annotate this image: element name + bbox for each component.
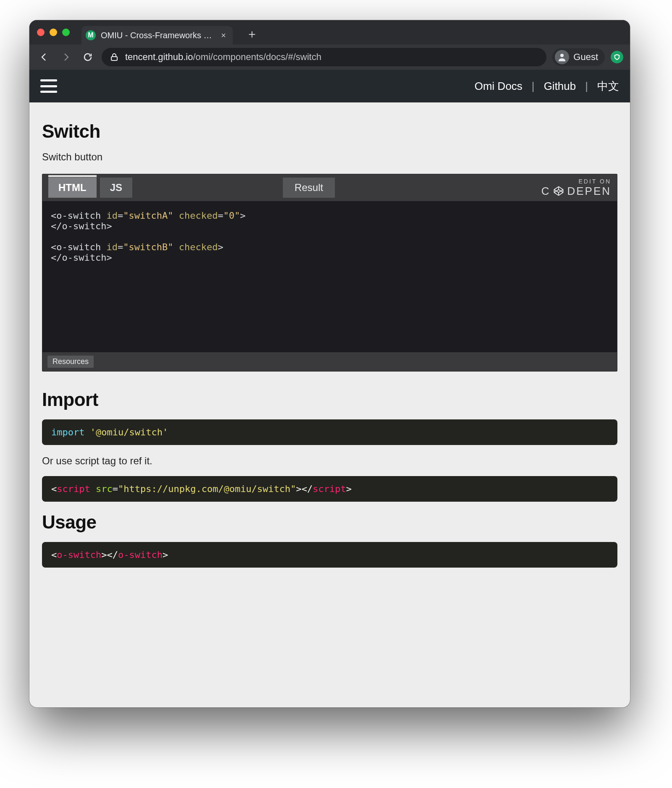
import-note: Or use script tag to ref it.	[42, 455, 617, 467]
code-usage[interactable]: <o-switch></o-switch>	[42, 542, 617, 568]
hamburger-icon	[40, 79, 57, 81]
svg-point-1	[560, 54, 564, 57]
page-scroll[interactable]: Switch Switch button HTML JS Result EDIT…	[29, 102, 630, 707]
codepen-embed: HTML JS Result EDIT ON C DEPEN	[42, 174, 617, 372]
menu-button[interactable]	[40, 79, 57, 93]
codepen-edit-on-label: EDIT ON	[541, 178, 611, 185]
tab-title: OMIU - Cross-Frameworks UI F	[101, 31, 216, 40]
browser-tab[interactable]: M OMIU - Cross-Frameworks UI F ×	[81, 26, 233, 45]
import-heading: Import	[42, 389, 617, 410]
profile-label: Guest	[573, 52, 598, 63]
address-bar[interactable]: tencent.github.io/omi/components/docs/#/…	[102, 48, 546, 66]
back-button[interactable]	[36, 49, 52, 65]
new-tab-button[interactable]: ＋	[246, 26, 258, 42]
window-minimize-button[interactable]	[50, 29, 57, 36]
profile-chip[interactable]: Guest	[552, 48, 605, 66]
site-header: Omi Docs | Github | 中文	[29, 70, 630, 102]
nav-link-chinese[interactable]: 中文	[597, 79, 619, 94]
extension-button[interactable]	[611, 51, 623, 63]
page-title: Switch	[42, 121, 617, 142]
codepen-tab-js[interactable]: JS	[100, 178, 132, 198]
code-import[interactable]: import '@omiu/switch'	[42, 419, 617, 445]
arrow-right-icon	[61, 52, 71, 62]
page-content: Switch Switch button HTML JS Result EDIT…	[29, 102, 630, 594]
avatar-icon	[555, 50, 569, 64]
svg-rect-0	[111, 57, 117, 60]
codepen-logo: C DEPEN	[541, 185, 611, 198]
nav-separator: |	[532, 80, 535, 93]
reload-icon	[83, 52, 93, 62]
nav-separator: |	[585, 80, 588, 93]
window-zoom-button[interactable]	[62, 29, 70, 36]
codepen-resources-button[interactable]: Resources	[47, 356, 94, 368]
arrow-left-icon	[39, 52, 49, 62]
forward-button[interactable]	[58, 49, 74, 65]
nav-link-github[interactable]: Github	[544, 80, 576, 93]
codepen-code[interactable]: <o-switch id="switchA" checked="0"> </o-…	[42, 201, 617, 352]
browser-window: M OMIU - Cross-Frameworks UI F × ＋ tence…	[29, 20, 630, 707]
header-nav: Omi Docs | Github | 中文	[475, 79, 619, 94]
page-viewport: Omi Docs | Github | 中文 Switch Switch but…	[29, 70, 630, 707]
window-close-button[interactable]	[37, 29, 45, 36]
url-text: tencent.github.io/omi/components/docs/#/…	[125, 52, 321, 63]
reload-button[interactable]	[80, 49, 96, 65]
lock-icon	[109, 52, 119, 62]
codepen-edit-on[interactable]: EDIT ON C DEPEN	[541, 178, 611, 198]
browser-toolbar: tencent.github.io/omi/components/docs/#/…	[29, 45, 630, 70]
code-script-tag[interactable]: <script src="https://unpkg.com/@omiu/swi…	[42, 476, 617, 502]
codepen-tabbar: HTML JS Result EDIT ON C DEPEN	[42, 174, 617, 201]
tab-favicon: M	[86, 30, 96, 40]
codepen-cube-icon	[553, 185, 564, 197]
usage-heading: Usage	[42, 512, 617, 533]
person-icon	[557, 52, 567, 62]
titlebar: M OMIU - Cross-Frameworks UI F × ＋	[29, 20, 630, 45]
shield-icon	[614, 54, 620, 60]
codepen-result-button[interactable]: Result	[283, 178, 335, 198]
codepen-footer: Resources	[42, 352, 617, 371]
nav-link-omi-docs[interactable]: Omi Docs	[475, 80, 522, 93]
tab-close-icon[interactable]: ×	[221, 31, 226, 40]
codepen-tab-html[interactable]: HTML	[48, 178, 97, 198]
window-traffic-lights	[37, 29, 70, 36]
page-subtitle: Switch button	[42, 151, 617, 163]
